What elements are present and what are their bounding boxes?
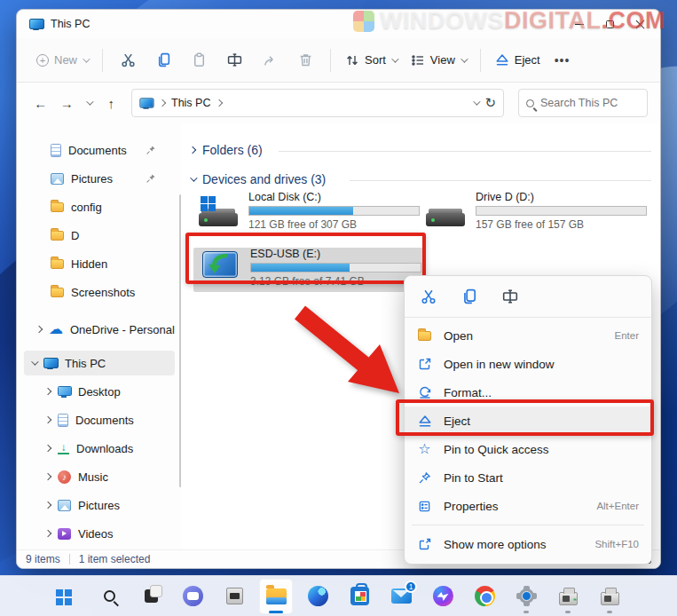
start-button[interactable] xyxy=(51,579,84,614)
search-box[interactable] xyxy=(518,89,648,117)
search-icon xyxy=(104,590,115,602)
folder-icon xyxy=(51,202,64,212)
minimize-button[interactable] xyxy=(564,12,594,36)
menu-item-open-in-new-window[interactable]: Open in new window xyxy=(405,350,651,378)
paste-button[interactable] xyxy=(181,45,216,75)
delete-button[interactable] xyxy=(287,45,323,75)
folder-icon xyxy=(51,288,64,297)
device-icon xyxy=(559,592,578,605)
copy-button[interactable] xyxy=(454,284,484,309)
menu-item-eject[interactable]: Eject xyxy=(405,407,651,435)
sidebar-item-documents[interactable]: Documents xyxy=(17,407,181,432)
chevron-right-icon[interactable] xyxy=(44,501,51,509)
sidebar-item-onedrive[interactable]: ☁ OneDrive - Personal xyxy=(17,317,181,342)
pin-icon xyxy=(418,471,431,485)
breadcrumb[interactable]: This PC xyxy=(171,97,210,109)
mail-button[interactable]: 1 xyxy=(384,579,418,614)
file-explorer-icon xyxy=(266,588,287,604)
menu-item-pin-to-quick-access[interactable]: ☆ Pin to Quick access xyxy=(405,435,651,463)
rename-button[interactable] xyxy=(495,284,525,309)
sidebar-item-screenshots[interactable]: Screenshots xyxy=(17,280,181,304)
sidebar-item-this-pc[interactable]: This PC xyxy=(17,351,181,375)
menu-item-format[interactable]: Format... xyxy=(405,378,651,407)
refresh-button[interactable]: ↻ xyxy=(484,95,496,111)
cut-button[interactable] xyxy=(110,45,146,75)
sidebar-item-config[interactable]: config xyxy=(17,194,181,219)
task-view-button[interactable] xyxy=(134,579,168,614)
taskbar-search-button[interactable] xyxy=(92,579,126,614)
copy-button[interactable] xyxy=(146,45,181,75)
separator xyxy=(330,49,331,72)
edge-icon xyxy=(308,586,328,606)
chevron-down-icon[interactable] xyxy=(31,358,38,365)
chevron-down-icon xyxy=(83,55,90,62)
chevron-right-icon[interactable] xyxy=(44,530,51,537)
search-input[interactable] xyxy=(540,97,640,109)
menu-item-show-more-options[interactable]: Show more options Shift+F10 xyxy=(405,530,651,558)
folder-icon xyxy=(51,259,64,269)
sidebar-item-hidden[interactable]: Hidden xyxy=(17,251,181,276)
drive-tile-local-disk-c[interactable]: Local Disk (C:) 121 GB free of 307 GB xyxy=(192,191,413,235)
forward-button[interactable]: → xyxy=(56,91,79,115)
drive-tile-esd-usb-selected[interactable]: ESD-USB (E:) 3.13 GB free of 7.41 GB xyxy=(193,248,424,292)
chevron-right-icon[interactable] xyxy=(44,416,51,423)
cut-button[interactable] xyxy=(413,284,444,309)
store-button[interactable] xyxy=(342,579,376,614)
task-view-icon xyxy=(145,589,158,603)
eject-icon xyxy=(418,415,432,428)
close-button[interactable] xyxy=(625,12,655,36)
edge-button[interactable] xyxy=(301,579,335,614)
usb-drive-icon xyxy=(202,251,238,278)
menu-item-open[interactable]: Open Enter xyxy=(405,321,651,350)
sidebar-item-pictures[interactable]: Pictures xyxy=(17,493,181,517)
chevron-down-icon xyxy=(391,55,398,62)
address-dropdown-chevron[interactable] xyxy=(474,98,481,105)
maximize-button[interactable] xyxy=(594,12,625,36)
menu-item-properties[interactable]: Properties Alt+Enter xyxy=(405,492,651,520)
address-breadcrumb-box[interactable]: This PC ↻ xyxy=(131,89,504,117)
file-explorer-button[interactable] xyxy=(259,579,293,614)
folders-group-header[interactable]: Folders (6) xyxy=(190,143,263,157)
sidebar-item-pictures-pinned[interactable]: Pictures xyxy=(17,166,181,191)
context-menu-clipboard-row xyxy=(405,276,651,315)
chat-button[interactable] xyxy=(176,579,209,614)
capacity-bar xyxy=(250,263,421,272)
chevron-right-icon[interactable] xyxy=(44,473,51,480)
sidebar-item-music[interactable]: ♪ Music xyxy=(17,464,181,489)
eject-button[interactable]: Eject xyxy=(488,48,547,72)
up-button[interactable]: ↑ xyxy=(99,91,122,115)
separator xyxy=(480,49,481,72)
legacy-app-icon xyxy=(226,588,243,604)
onedrive-cloud-icon: ☁ xyxy=(49,322,63,336)
new-label: New xyxy=(54,53,77,67)
sidebar-item-videos[interactable]: Videos xyxy=(17,521,181,546)
chrome-button[interactable] xyxy=(468,579,501,614)
back-button[interactable]: ← xyxy=(29,91,52,115)
devices-group-header[interactable]: Devices and drives (3) xyxy=(190,172,326,186)
new-button[interactable]: New xyxy=(29,48,95,72)
sidebar-item-downloads[interactable]: ↓ Downloads xyxy=(17,436,181,461)
share-button[interactable] xyxy=(252,45,287,75)
device-app-button-2[interactable] xyxy=(593,579,626,614)
chat-icon xyxy=(183,586,203,606)
messenger-button[interactable] xyxy=(426,579,460,614)
chevron-right-icon[interactable] xyxy=(44,445,51,452)
menu-item-pin-to-start[interactable]: Pin to Start xyxy=(405,463,651,492)
sidebar-item-desktop[interactable]: Desktop xyxy=(17,379,181,404)
cut-icon xyxy=(121,52,136,67)
chevron-right-icon[interactable] xyxy=(44,388,51,395)
sidebar-item-d[interactable]: D xyxy=(17,223,181,248)
see-more-button[interactable]: ••• xyxy=(547,53,578,67)
settings-button[interactable] xyxy=(509,579,543,614)
chevron-right-icon[interactable] xyxy=(35,326,43,333)
trash-icon xyxy=(298,52,313,67)
recent-locations-button[interactable] xyxy=(82,91,96,115)
device-app-button[interactable] xyxy=(551,579,585,614)
sidebar-item-documents-pinned[interactable]: Documents xyxy=(17,138,181,162)
legacy-app-button[interactable] xyxy=(217,579,251,614)
view-button[interactable]: View xyxy=(404,48,473,73)
drive-tile-drive-d[interactable]: Drive D (D:) 157 GB free of 157 GB xyxy=(419,191,641,235)
rename-button[interactable] xyxy=(216,45,252,75)
properties-icon xyxy=(418,500,431,513)
sort-button[interactable]: Sort xyxy=(338,48,404,73)
